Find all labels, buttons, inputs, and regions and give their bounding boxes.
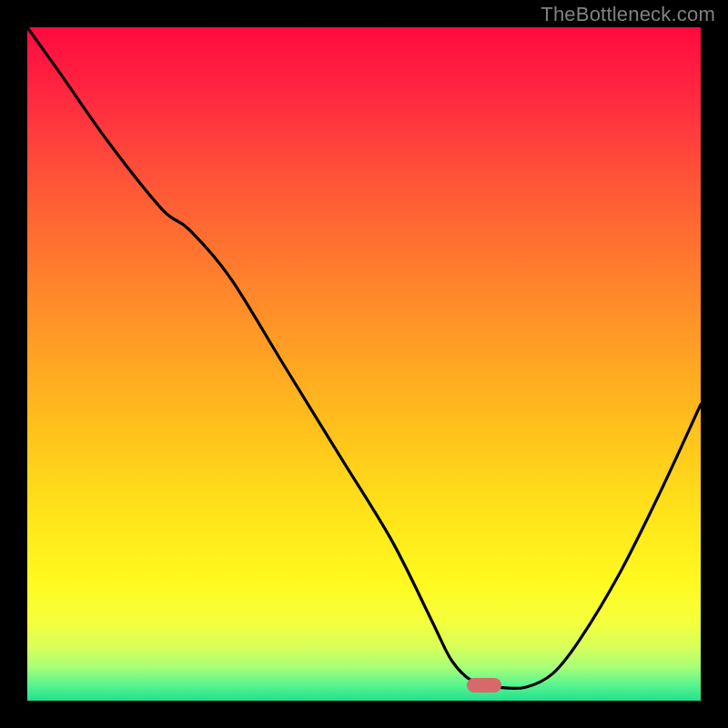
- outer-frame: TheBottleneck.com: [0, 0, 728, 728]
- plot-area: [27, 27, 701, 701]
- watermark-text: TheBottleneck.com: [541, 3, 715, 26]
- bottleneck-curve: [27, 27, 701, 701]
- optimal-point-marker: [467, 678, 501, 693]
